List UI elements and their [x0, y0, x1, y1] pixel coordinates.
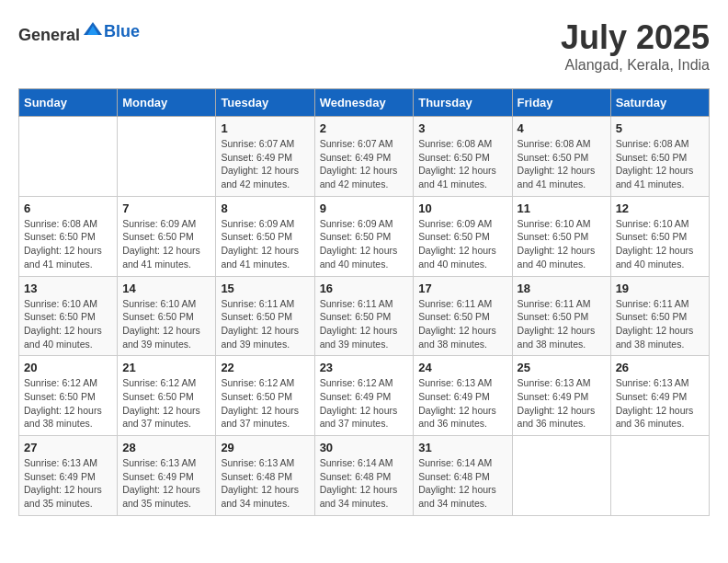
calendar-cell: 17Sunrise: 6:11 AM Sunset: 6:50 PM Dayli…	[414, 276, 512, 356]
day-header-sunday: Sunday	[19, 89, 118, 117]
day-header-monday: Monday	[118, 89, 216, 117]
day-info: Sunrise: 6:14 AM Sunset: 6:48 PM Dayligh…	[418, 456, 506, 511]
day-number: 10	[418, 201, 506, 215]
calendar-cell: 28Sunrise: 6:13 AM Sunset: 6:49 PM Dayli…	[118, 436, 216, 516]
day-info: Sunrise: 6:11 AM Sunset: 6:50 PM Dayligh…	[418, 297, 506, 351]
day-number: 4	[518, 121, 606, 135]
calendar-cell: 29Sunrise: 6:13 AM Sunset: 6:48 PM Dayli…	[216, 436, 314, 516]
day-info: Sunrise: 6:09 AM Sunset: 6:50 PM Dayligh…	[320, 217, 409, 271]
day-number: 28	[122, 441, 210, 454]
day-info: Sunrise: 6:13 AM Sunset: 6:48 PM Dayligh…	[221, 456, 309, 511]
calendar-cell: 14Sunrise: 6:10 AM Sunset: 6:50 PM Dayli…	[118, 276, 216, 356]
calendar-cell: 4Sunrise: 6:08 AM Sunset: 6:50 PM Daylig…	[512, 117, 610, 197]
day-info: Sunrise: 6:10 AM Sunset: 6:50 PM Dayligh…	[122, 297, 210, 351]
calendar-cell: 22Sunrise: 6:12 AM Sunset: 6:50 PM Dayli…	[216, 356, 314, 436]
day-info: Sunrise: 6:08 AM Sunset: 6:50 PM Dayligh…	[518, 137, 606, 191]
day-number: 24	[418, 361, 506, 374]
calendar-week-5: 27Sunrise: 6:13 AM Sunset: 6:49 PM Dayli…	[19, 436, 710, 516]
calendar-cell: 2Sunrise: 6:07 AM Sunset: 6:49 PM Daylig…	[314, 117, 414, 197]
day-number: 29	[221, 441, 309, 454]
day-number: 21	[122, 361, 210, 374]
calendar-cell: 27Sunrise: 6:13 AM Sunset: 6:49 PM Dayli…	[19, 436, 118, 516]
day-number: 16	[320, 282, 409, 295]
day-info: Sunrise: 6:14 AM Sunset: 6:48 PM Dayligh…	[320, 456, 409, 511]
main-title: July 2025	[561, 18, 710, 57]
day-number: 30	[320, 441, 409, 454]
title-area: July 2025 Alangad, Kerala, India	[561, 18, 710, 74]
day-header-tuesday: Tuesday	[216, 89, 314, 117]
calendar-cell: 31Sunrise: 6:14 AM Sunset: 6:48 PM Dayli…	[414, 436, 512, 516]
calendar-table: SundayMondayTuesdayWednesdayThursdayFrid…	[18, 88, 710, 516]
day-info: Sunrise: 6:11 AM Sunset: 6:50 PM Dayligh…	[221, 297, 309, 351]
logo-general: General	[18, 26, 80, 44]
calendar-cell: 18Sunrise: 6:11 AM Sunset: 6:50 PM Dayli…	[512, 276, 610, 356]
calendar-cell: 13Sunrise: 6:10 AM Sunset: 6:50 PM Dayli…	[19, 276, 118, 356]
calendar-header-row: SundayMondayTuesdayWednesdayThursdayFrid…	[19, 89, 710, 117]
day-info: Sunrise: 6:13 AM Sunset: 6:49 PM Dayligh…	[122, 456, 210, 511]
day-header-thursday: Thursday	[414, 89, 512, 117]
day-info: Sunrise: 6:08 AM Sunset: 6:50 PM Dayligh…	[24, 217, 112, 271]
day-info: Sunrise: 6:07 AM Sunset: 6:49 PM Dayligh…	[221, 137, 309, 191]
calendar-cell: 6Sunrise: 6:08 AM Sunset: 6:50 PM Daylig…	[19, 196, 118, 276]
calendar-cell: 11Sunrise: 6:10 AM Sunset: 6:50 PM Dayli…	[512, 196, 610, 276]
day-header-friday: Friday	[512, 89, 610, 117]
day-number: 20	[24, 361, 112, 374]
calendar-cell	[19, 117, 118, 197]
calendar-cell: 23Sunrise: 6:12 AM Sunset: 6:49 PM Dayli…	[314, 356, 414, 436]
calendar-cell: 3Sunrise: 6:08 AM Sunset: 6:50 PM Daylig…	[414, 117, 512, 197]
day-number: 2	[320, 121, 409, 135]
calendar-cell: 1Sunrise: 6:07 AM Sunset: 6:49 PM Daylig…	[216, 117, 314, 197]
calendar-cell: 20Sunrise: 6:12 AM Sunset: 6:50 PM Dayli…	[19, 356, 118, 436]
calendar-cell: 8Sunrise: 6:09 AM Sunset: 6:50 PM Daylig…	[216, 196, 314, 276]
calendar-cell	[512, 436, 610, 516]
sub-title: Alangad, Kerala, India	[561, 57, 710, 74]
day-info: Sunrise: 6:12 AM Sunset: 6:50 PM Dayligh…	[24, 376, 112, 431]
day-info: Sunrise: 6:09 AM Sunset: 6:50 PM Dayligh…	[221, 217, 309, 271]
day-number: 14	[122, 282, 210, 295]
day-number: 18	[518, 282, 606, 295]
day-info: Sunrise: 6:12 AM Sunset: 6:49 PM Dayligh…	[320, 376, 409, 431]
day-number: 11	[518, 201, 606, 215]
day-info: Sunrise: 6:10 AM Sunset: 6:50 PM Dayligh…	[24, 297, 112, 351]
day-info: Sunrise: 6:11 AM Sunset: 6:50 PM Dayligh…	[616, 297, 704, 351]
day-info: Sunrise: 6:12 AM Sunset: 6:50 PM Dayligh…	[221, 376, 309, 431]
calendar-week-1: 1Sunrise: 6:07 AM Sunset: 6:49 PM Daylig…	[19, 117, 710, 197]
day-header-saturday: Saturday	[610, 89, 709, 117]
day-number: 27	[24, 441, 112, 454]
calendar-week-3: 13Sunrise: 6:10 AM Sunset: 6:50 PM Dayli…	[19, 276, 710, 356]
day-info: Sunrise: 6:09 AM Sunset: 6:50 PM Dayligh…	[418, 217, 506, 271]
day-number: 23	[320, 361, 409, 374]
calendar-week-4: 20Sunrise: 6:12 AM Sunset: 6:50 PM Dayli…	[19, 356, 710, 436]
day-number: 31	[418, 441, 506, 454]
day-number: 3	[418, 121, 506, 135]
calendar-cell: 9Sunrise: 6:09 AM Sunset: 6:50 PM Daylig…	[314, 196, 414, 276]
calendar-cell: 12Sunrise: 6:10 AM Sunset: 6:50 PM Dayli…	[610, 196, 709, 276]
day-info: Sunrise: 6:10 AM Sunset: 6:50 PM Dayligh…	[518, 217, 606, 271]
day-number: 17	[418, 282, 506, 295]
day-info: Sunrise: 6:12 AM Sunset: 6:50 PM Dayligh…	[122, 376, 210, 431]
day-info: Sunrise: 6:07 AM Sunset: 6:49 PM Dayligh…	[320, 137, 409, 191]
day-number: 8	[221, 201, 309, 215]
calendar-cell: 21Sunrise: 6:12 AM Sunset: 6:50 PM Dayli…	[118, 356, 216, 436]
day-info: Sunrise: 6:13 AM Sunset: 6:49 PM Dayligh…	[418, 376, 506, 431]
calendar-cell: 26Sunrise: 6:13 AM Sunset: 6:49 PM Dayli…	[610, 356, 709, 436]
day-info: Sunrise: 6:09 AM Sunset: 6:50 PM Dayligh…	[122, 217, 210, 271]
day-number: 5	[616, 121, 704, 135]
day-number: 12	[616, 201, 704, 215]
calendar-cell: 7Sunrise: 6:09 AM Sunset: 6:50 PM Daylig…	[118, 196, 216, 276]
calendar-cell: 30Sunrise: 6:14 AM Sunset: 6:48 PM Dayli…	[314, 436, 414, 516]
calendar-week-2: 6Sunrise: 6:08 AM Sunset: 6:50 PM Daylig…	[19, 196, 710, 276]
day-number: 13	[24, 282, 112, 295]
logo-blue: Blue	[104, 22, 140, 40]
calendar-cell: 10Sunrise: 6:09 AM Sunset: 6:50 PM Dayli…	[414, 196, 512, 276]
calendar-cell	[118, 117, 216, 197]
day-info: Sunrise: 6:13 AM Sunset: 6:49 PM Dayligh…	[616, 376, 704, 431]
day-info: Sunrise: 6:08 AM Sunset: 6:50 PM Dayligh…	[418, 137, 506, 191]
calendar-cell: 16Sunrise: 6:11 AM Sunset: 6:50 PM Dayli…	[314, 276, 414, 356]
day-info: Sunrise: 6:11 AM Sunset: 6:50 PM Dayligh…	[518, 297, 606, 351]
day-number: 9	[320, 201, 409, 215]
header: General Blue July 2025 Alangad, Kerala, …	[18, 18, 710, 74]
day-number: 1	[221, 121, 309, 135]
logo: General Blue	[18, 18, 140, 45]
calendar-cell: 25Sunrise: 6:13 AM Sunset: 6:49 PM Dayli…	[512, 356, 610, 436]
